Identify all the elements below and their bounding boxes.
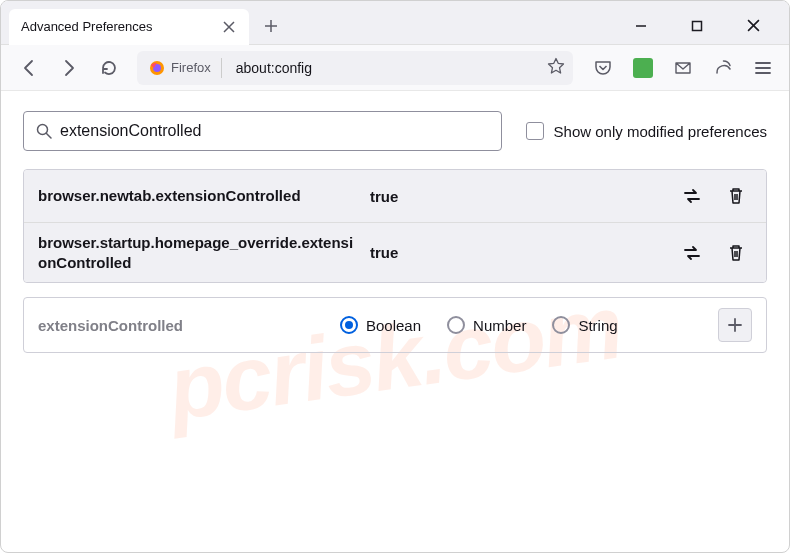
pref-value: true [370, 188, 664, 205]
pocket-icon[interactable] [589, 54, 617, 82]
url-bar[interactable]: Firefox [137, 51, 573, 85]
radio-label: String [578, 317, 617, 334]
new-pref-row: extensionControlled Boolean Number Strin… [23, 297, 767, 353]
bookmark-star-icon[interactable] [547, 57, 565, 79]
reload-button[interactable] [93, 52, 125, 84]
cloud-icon[interactable] [709, 54, 737, 82]
extension-icon[interactable] [629, 54, 657, 82]
checkbox-box [526, 122, 544, 140]
browser-tab[interactable]: Advanced Preferences [9, 9, 249, 45]
window-controls [625, 10, 781, 42]
svg-rect-0 [693, 21, 702, 30]
url-input[interactable] [228, 60, 541, 76]
delete-button[interactable] [720, 237, 752, 269]
pref-name: browser.startup.homepage_override.extens… [38, 233, 358, 272]
forward-button[interactable] [53, 52, 85, 84]
radio-circle [340, 316, 358, 334]
menu-icon[interactable] [749, 54, 777, 82]
radio-circle [552, 316, 570, 334]
inbox-icon[interactable] [669, 54, 697, 82]
show-modified-checkbox[interactable]: Show only modified preferences [526, 122, 767, 140]
radio-string[interactable]: String [552, 316, 617, 334]
config-search-field[interactable] [23, 111, 502, 151]
radio-label: Number [473, 317, 526, 334]
toolbar-icons [585, 54, 777, 82]
table-row[interactable]: browser.newtab.extensionControlled true [24, 170, 766, 223]
maximize-button[interactable] [681, 10, 713, 42]
close-window-button[interactable] [737, 10, 769, 42]
table-row[interactable]: browser.startup.homepage_override.extens… [24, 223, 766, 282]
toggle-button[interactable] [676, 180, 708, 212]
pref-value: true [370, 244, 664, 261]
back-button[interactable] [13, 52, 45, 84]
radio-boolean[interactable]: Boolean [340, 316, 421, 334]
firefox-logo-icon [149, 60, 165, 76]
radio-circle [447, 316, 465, 334]
add-pref-button[interactable] [718, 308, 752, 342]
tab-title: Advanced Preferences [21, 19, 213, 34]
type-radio-group: Boolean Number String [340, 316, 706, 334]
close-tab-icon[interactable] [221, 19, 237, 35]
page-content: pcrisk.com Show only modified preference… [1, 91, 789, 552]
navigation-toolbar: Firefox [1, 45, 789, 91]
search-icon [36, 123, 52, 139]
titlebar: Advanced Preferences [1, 1, 789, 45]
minimize-button[interactable] [625, 10, 657, 42]
radio-number[interactable]: Number [447, 316, 526, 334]
results-table: browser.newtab.extensionControlled true … [23, 169, 767, 283]
browser-window: Advanced Preferences [0, 0, 790, 553]
radio-label: Boolean [366, 317, 421, 334]
delete-button[interactable] [720, 180, 752, 212]
pref-name: browser.newtab.extensionControlled [38, 186, 358, 206]
new-pref-name: extensionControlled [38, 317, 328, 334]
identity-label: Firefox [171, 60, 211, 75]
show-modified-label: Show only modified preferences [554, 123, 767, 140]
config-search-row: Show only modified preferences [23, 111, 767, 151]
toggle-button[interactable] [676, 237, 708, 269]
site-identity[interactable]: Firefox [145, 58, 222, 78]
config-search-input[interactable] [60, 122, 489, 140]
new-tab-button[interactable] [255, 10, 287, 42]
